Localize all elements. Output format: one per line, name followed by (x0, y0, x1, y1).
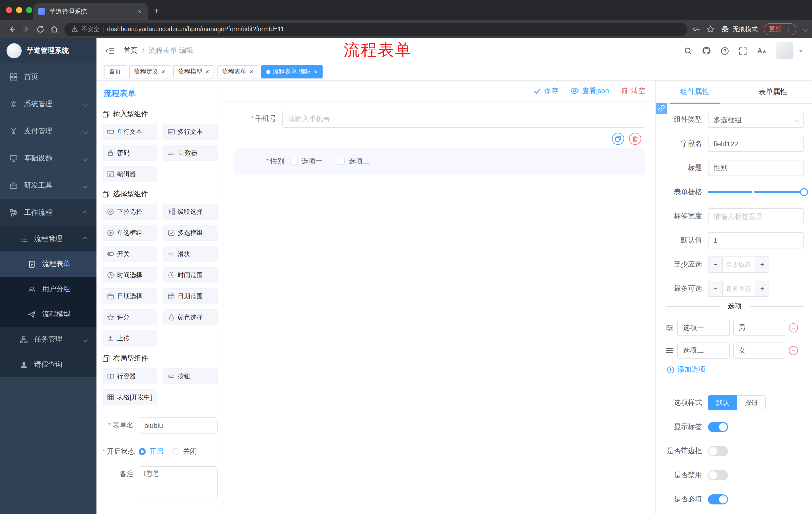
palette-item-time-picker[interactable]: 时间选择 (103, 267, 157, 283)
tag-process-form[interactable]: 流程表单 × (217, 65, 258, 78)
user-avatar[interactable] (776, 42, 793, 59)
tab-form-props[interactable]: 表单属性 (734, 80, 812, 103)
checkbox-option-1[interactable]: 选项一 (290, 157, 323, 166)
option-label-input[interactable] (677, 320, 730, 336)
palette-item-counter[interactable]: 123 计数器 (163, 145, 218, 161)
field-gender-selected[interactable]: *性别 选项一 选项二 (234, 148, 645, 175)
palette-item-switch[interactable]: 开关 (103, 246, 157, 262)
form-remark-textarea[interactable]: 嘿嘿 (139, 466, 218, 498)
remove-option-button[interactable] (789, 323, 798, 332)
slider-handle[interactable] (800, 188, 808, 196)
bookmark-star-icon[interactable] (706, 25, 715, 33)
palette-item-radio-group[interactable]: 单选框组 (103, 225, 157, 241)
sidebar-fold-icon[interactable] (106, 47, 115, 55)
window-minimize-button[interactable] (16, 7, 22, 13)
sidebar-item-workflow[interactable]: 工作流程 (0, 199, 96, 226)
option-value-input[interactable] (733, 320, 785, 336)
update-button[interactable]: 更新 ⋮ (764, 23, 796, 35)
field-name-input[interactable] (708, 136, 804, 152)
palette-item-checkbox-group[interactable]: 多选框组 (163, 225, 218, 241)
sidebar-item-user-groups[interactable]: 用户分组 (0, 277, 96, 302)
drag-handle-icon[interactable] (666, 347, 674, 354)
sidebar-item-system[interactable]: 系统管理 (0, 90, 96, 118)
tag-close-icon[interactable]: × (161, 68, 165, 76)
palette-item-time-range[interactable]: 时间范围 (163, 267, 218, 283)
decrease-button[interactable] (708, 281, 723, 296)
tag-close-icon[interactable]: × (249, 68, 253, 76)
sidebar-item-process-form[interactable]: 流程表单 (0, 251, 96, 277)
field-phone[interactable]: *手机号 (234, 110, 645, 128)
sidebar-item-infrastructure[interactable]: 基础设施 (0, 145, 96, 172)
palette-item-multi-line-text[interactable]: 多行文本 (163, 124, 218, 140)
checkbox-box[interactable] (338, 158, 345, 165)
clear-button[interactable]: 清空 (621, 86, 645, 95)
fullscreen-icon[interactable] (738, 47, 747, 55)
github-icon[interactable] (702, 46, 711, 55)
tag-close-icon[interactable]: × (205, 68, 209, 76)
search-icon[interactable] (684, 47, 692, 55)
back-icon[interactable] (5, 22, 19, 36)
sidebar-item-task-management[interactable]: 任务管理 (0, 327, 96, 352)
browser-tab[interactable]: 芋道管理系统 × (33, 3, 148, 20)
sidebar-item-process-management[interactable]: 流程管理 (0, 226, 96, 251)
chevron-down-icon[interactable] (803, 27, 808, 32)
sidebar-item-payment[interactable]: 支付管理 (0, 118, 96, 145)
palette-item-single-line-text[interactable]: 单行文本 (103, 124, 157, 140)
copy-component-button[interactable] (612, 133, 624, 145)
palette-item-color-picker[interactable]: 颜色选择 (163, 309, 218, 325)
disabled-toggle[interactable] (708, 470, 728, 480)
grid-slider[interactable] (708, 191, 804, 193)
option-value-input[interactable] (733, 343, 785, 359)
new-tab-button[interactable]: + (154, 6, 159, 17)
breadcrumb-home[interactable]: 首页 (124, 46, 138, 55)
address-bar[interactable]: 不安全 dashboard.yudao.iocoder.cn/bpm/manag… (64, 22, 687, 36)
palette-item-row-container[interactable]: 行容器 (103, 368, 157, 384)
sidebar-item-process-model[interactable]: 流程模型 (0, 302, 96, 327)
window-close-button[interactable] (6, 7, 12, 13)
palette-item-date-picker[interactable]: 日期选择 (103, 288, 157, 304)
increase-button[interactable] (755, 281, 769, 296)
checkbox-option-2[interactable]: 选项二 (338, 157, 370, 166)
palette-item-slider[interactable]: 滑块 (163, 246, 218, 262)
palette-item-button[interactable]: 按钮 (163, 368, 218, 384)
checkbox-box[interactable] (290, 158, 297, 165)
palette-item-editor[interactable]: 编辑器 (103, 166, 157, 182)
decrease-button[interactable] (708, 257, 723, 272)
palette-item-dropdown[interactable]: 下拉选择 (103, 204, 157, 220)
default-value-input[interactable] (708, 232, 804, 248)
status-radio-off[interactable]: 关闭 (172, 447, 197, 456)
save-button[interactable]: 保存 (534, 86, 558, 95)
add-option-button[interactable]: 添加选项 (667, 365, 804, 374)
tab-component-props[interactable]: 组件属性 (656, 80, 734, 103)
palette-item-table[interactable]: 表格[开发中] (103, 389, 157, 405)
tag-process-model[interactable]: 流程模型 × (173, 65, 214, 78)
drag-handle-icon[interactable] (666, 324, 674, 331)
help-icon[interactable] (721, 47, 729, 55)
home-icon[interactable] (47, 22, 61, 36)
tab-close-icon[interactable]: × (137, 7, 143, 16)
remove-option-button[interactable] (789, 346, 798, 355)
delete-component-button[interactable] (629, 133, 641, 145)
max-select-placeholder[interactable]: 最多可选 (723, 281, 755, 296)
window-zoom-button[interactable] (26, 7, 32, 13)
phone-input[interactable] (282, 110, 645, 128)
label-width-input[interactable] (708, 208, 804, 224)
required-toggle[interactable] (708, 494, 728, 505)
forward-icon[interactable] (19, 22, 33, 36)
tag-close-icon[interactable]: × (314, 68, 318, 76)
style-default-button[interactable]: 默认 (708, 395, 737, 410)
sidebar-item-leave-query[interactable]: 请假查询 (0, 352, 96, 377)
min-select-placeholder[interactable]: 至少应选 (723, 257, 755, 272)
font-size-icon[interactable] (757, 47, 767, 55)
browser-menu-icon[interactable]: ⋮ (785, 25, 791, 33)
palette-item-date-range[interactable]: 日期范围 (163, 288, 218, 304)
style-button-button[interactable]: 按钮 (737, 395, 766, 410)
bordered-toggle[interactable] (708, 446, 728, 456)
palette-item-upload[interactable]: 上传 (103, 330, 157, 347)
palette-item-rate[interactable]: 评分 (103, 309, 157, 325)
option-label-input[interactable] (677, 343, 730, 359)
title-input[interactable] (708, 160, 804, 176)
tag-process-definition[interactable]: 流程定义 × (129, 65, 170, 78)
reload-icon[interactable] (33, 22, 47, 36)
form-name-input[interactable] (139, 417, 218, 434)
